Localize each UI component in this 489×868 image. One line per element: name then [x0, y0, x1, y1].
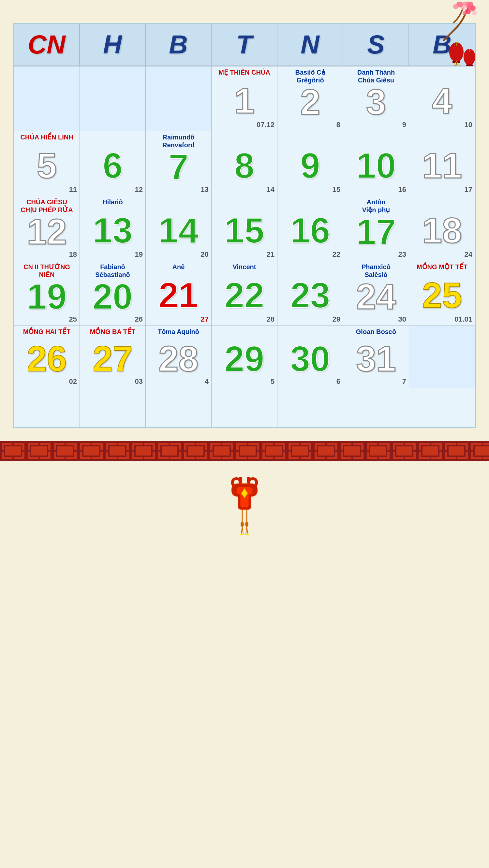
header-cn: CN	[14, 24, 80, 65]
cell-saint: Vincent	[214, 263, 275, 276]
cal-cell: 306	[278, 326, 343, 388]
cal-cell: 915	[278, 131, 343, 196]
day-headers: CN H B T N S B	[14, 24, 475, 66]
extra-cell-2	[80, 388, 146, 427]
extra-cell-6	[343, 388, 409, 427]
cal-cell: Gioan Boscô317	[343, 326, 409, 388]
cell-lunar: 02	[17, 377, 77, 386]
cell-day-number: 6	[83, 146, 143, 185]
day-number-text: 28	[159, 341, 198, 377]
day-number-text: 20	[93, 279, 132, 314]
extra-cell-3	[146, 388, 211, 427]
cell-day-number: 13	[83, 211, 143, 250]
svg-point-47	[247, 533, 249, 535]
cal-cell: 1622	[278, 196, 343, 261]
cell-lunar: 7	[346, 377, 406, 386]
cell-day-number: 11	[412, 146, 472, 185]
cal-cell: CN II THƯỜNG NIÊN1925	[14, 261, 80, 326]
svg-point-5	[453, 4, 458, 9]
cell-lunar: 18	[17, 250, 77, 259]
extra-row	[14, 388, 475, 427]
header-n: N	[278, 24, 343, 65]
day-number-text: 15	[224, 212, 264, 248]
page-wrapper: CN H B T N S B MẸ THIÊN CHÚA107.12Basilô…	[0, 0, 489, 868]
cell-day-number: 1	[214, 82, 275, 120]
day-number-text: 29	[224, 341, 264, 377]
day-number-text: 7	[169, 149, 189, 185]
cell-lunar: 6	[280, 377, 340, 386]
cell-lunar: 11	[17, 185, 77, 194]
cal-cell: Anê2127	[146, 261, 211, 326]
cal-cell: 410	[409, 66, 475, 131]
cell-day-number: 31	[346, 341, 406, 377]
cell-lunar: 9	[346, 121, 406, 129]
day-number-text: 12	[27, 214, 66, 250]
cal-cell: MỒNG HAI TẾT2602	[14, 326, 80, 388]
header	[0, 0, 489, 16]
cell-day-number: 28	[148, 341, 209, 377]
cell-lunar: 22	[280, 250, 340, 259]
cal-cell: 814	[211, 131, 278, 196]
cell-lunar: 13	[148, 185, 209, 194]
cell-saint	[83, 133, 143, 146]
svg-rect-18	[466, 64, 473, 66]
cal-cell: 1824	[409, 196, 475, 261]
cell-day-number: 23	[280, 276, 340, 314]
cell-lunar: 8	[280, 121, 340, 129]
cell-day-number: 30	[280, 341, 340, 377]
svg-rect-10	[456, 42, 457, 45]
cell-day-number: 18	[412, 211, 472, 250]
cell-saint	[412, 133, 472, 146]
cell-saint	[214, 133, 275, 146]
svg-point-45	[242, 533, 244, 535]
cell-lunar: 20	[148, 250, 209, 259]
cell-day-number: 16	[280, 211, 340, 250]
cell-lunar: 16	[346, 185, 406, 194]
day-number-text: 8	[234, 148, 254, 183]
cell-day-number: 2	[280, 84, 340, 120]
header-h: H	[80, 24, 146, 65]
svg-point-8	[463, 11, 466, 15]
cal-cell: Basilô Cả Grêgôriô28	[278, 66, 343, 131]
cal-cell: 1117	[409, 131, 475, 196]
cal-cell: 1420	[146, 196, 211, 261]
cal-cell: 1521	[211, 196, 278, 261]
cell-lunar: 07.12	[214, 121, 275, 129]
cal-cell: CHÚA HIỂN LINH511	[14, 131, 80, 196]
svg-point-2	[470, 5, 476, 11]
cal-cell: 1016	[343, 131, 409, 196]
cell-day-number: 22	[214, 276, 275, 314]
svg-rect-17	[469, 49, 470, 52]
day-number-text: 3	[366, 84, 386, 120]
svg-rect-32	[0, 441, 489, 461]
day-number-text: 9	[300, 148, 320, 183]
cell-day-number: 29	[214, 341, 275, 377]
cal-cell: 612	[80, 131, 146, 196]
day-number-text: 27	[93, 341, 132, 377]
day-number-text: 16	[290, 212, 330, 248]
cal-cell: MỒNG BA TẾT2703	[80, 326, 146, 388]
cell-lunar: 5	[214, 377, 275, 386]
cell-day-number: 27	[83, 341, 143, 377]
day-number-text: 19	[27, 279, 66, 314]
cell-saint	[214, 198, 275, 211]
cell-lunar: 17	[412, 185, 472, 194]
day-number-text: 25	[422, 277, 462, 313]
svg-point-38	[240, 522, 244, 527]
cell-lunar: 4	[148, 377, 209, 386]
cell-day-number: 24	[346, 279, 406, 314]
cell-lunar: 28	[214, 315, 275, 323]
cell-day-number: 14	[148, 211, 209, 250]
calendar-grid: MẸ THIÊN CHÚA107.12Basilô Cả Grêgôriô28D…	[14, 66, 475, 388]
cell-day-number: 9	[280, 146, 340, 185]
cell-lunar: 24	[412, 250, 472, 259]
cell-lunar: 30	[346, 315, 406, 323]
header-b1: B	[146, 24, 211, 65]
cell-day-number: 5	[17, 146, 77, 185]
day-number-text: 31	[356, 341, 396, 377]
cal-cell: CHÚA GIÊSU CHỊU PHÉP RỬA1218	[14, 196, 80, 261]
flower-decoration	[417, 2, 483, 74]
cell-lunar: 29	[280, 315, 340, 323]
day-number-text: 13	[93, 212, 132, 248]
cell-lunar: 15	[280, 185, 340, 194]
